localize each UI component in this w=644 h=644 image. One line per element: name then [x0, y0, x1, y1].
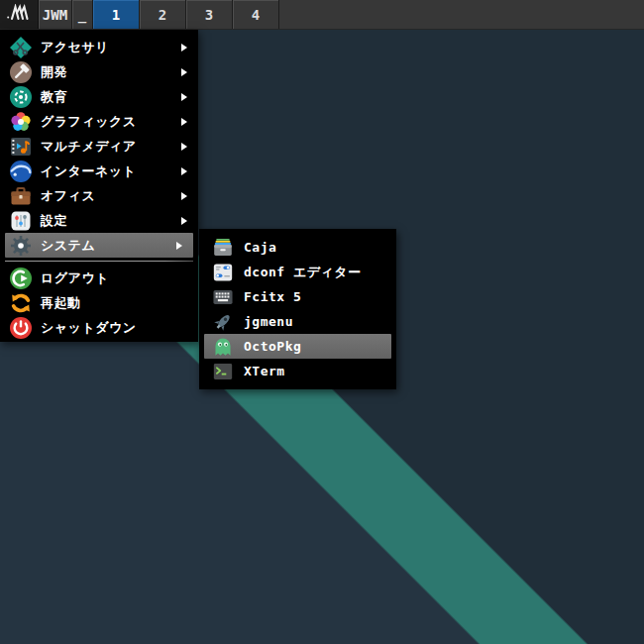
menu-item-label: 再起動	[41, 294, 81, 312]
menu-item-development[interactable]: 開発	[0, 59, 198, 84]
menu-item-label: マルチメディア	[41, 138, 137, 156]
fcitx-icon	[212, 286, 234, 308]
logout-icon	[9, 267, 33, 290]
restart-icon	[9, 291, 33, 315]
submenu-arrow-icon	[181, 118, 187, 126]
menu-item-multimedia[interactable]: マルチメディア	[0, 134, 198, 159]
submenu-arrow-icon	[181, 44, 187, 52]
menu-item-office[interactable]: オフィス	[0, 183, 198, 208]
menu-item-graphics[interactable]: グラフィックス	[0, 109, 198, 134]
xterm-icon	[212, 361, 234, 382]
taskbar: JWM _ 1234	[0, 0, 644, 30]
menu-item-caja[interactable]: Caja	[199, 235, 396, 260]
workspace-button-1[interactable]: 1	[93, 0, 140, 29]
menu-item-label: システム	[41, 237, 95, 255]
root-menu-categories: アクセサリ開発教育グラフィックスマルチメディアインターネットオフィス設定システム	[0, 35, 198, 258]
menu-item-octopkg[interactable]: OctoPkg	[204, 334, 391, 359]
menu-item-label: 教育	[41, 88, 67, 106]
root-menu: アクセサリ開発教育グラフィックスマルチメディアインターネットオフィス設定システム…	[0, 30, 198, 342]
system-submenu: Cajadconf エディターFcitx 5jgmenuOctoPkgXTerm	[199, 229, 396, 389]
workspace-button-4[interactable]: 4	[233, 0, 279, 29]
office-icon	[9, 184, 33, 208]
submenu-arrow-icon	[181, 217, 187, 225]
taskbar-empty-area	[279, 0, 644, 29]
menu-item-label: アクセサリ	[41, 39, 109, 56]
menu-item-accessories[interactable]: アクセサリ	[0, 35, 198, 59]
menu-item-dconf-editor[interactable]: dconf エディター	[199, 260, 396, 284]
submenu-arrow-icon	[181, 93, 187, 101]
menu-item-fcitx5[interactable]: Fcitx 5	[199, 284, 396, 309]
menu-item-system[interactable]: システム	[5, 233, 193, 258]
submenu-arrow-icon	[181, 192, 187, 200]
menu-item-label: Caja	[244, 240, 276, 255]
submenu-arrow-icon	[176, 242, 182, 250]
menu-item-label: ログアウト	[41, 269, 109, 287]
menu-item-label: jgmenu	[244, 314, 293, 329]
submenu-arrow-icon	[181, 167, 187, 175]
menu-item-label: Fcitx 5	[244, 289, 301, 304]
menu-item-logout[interactable]: ログアウト	[0, 266, 198, 290]
menu-item-education[interactable]: 教育	[0, 84, 198, 109]
menu-launcher-button[interactable]	[0, 0, 39, 29]
graphics-icon	[9, 110, 33, 134]
internet-icon	[9, 160, 33, 183]
menu-item-label: 設定	[41, 212, 67, 230]
accessories-icon	[9, 36, 33, 59]
menu-item-jgmenu[interactable]: jgmenu	[199, 309, 396, 334]
menu-item-label: 開発	[41, 63, 67, 81]
shutdown-icon	[9, 316, 33, 340]
menu-item-label: XTerm	[244, 364, 285, 378]
menu-item-shutdown[interactable]: シャットダウン	[0, 315, 198, 340]
show-desktop-button[interactable]: _	[72, 0, 93, 29]
octopkg-icon	[212, 336, 234, 358]
menu-item-label: オフィス	[41, 187, 95, 205]
menu-item-label: グラフィックス	[41, 113, 137, 131]
root-menu-actions: ログアウト再起動シャットダウン	[0, 266, 198, 340]
menu-item-label: OctoPkg	[244, 339, 301, 354]
menu-item-label: dconf エディター	[244, 264, 362, 281]
jwm-logo-icon	[6, 4, 32, 25]
menu-item-restart[interactable]: 再起動	[0, 290, 198, 315]
workspace-buttons: 1234	[93, 0, 279, 29]
development-icon	[9, 60, 33, 84]
submenu-arrow-icon	[181, 143, 187, 151]
menu-item-xterm[interactable]: XTerm	[199, 359, 396, 383]
workspace-button-3[interactable]: 3	[186, 0, 233, 29]
menu-item-settings[interactable]: 設定	[0, 208, 198, 233]
dconf-icon	[212, 262, 234, 283]
menu-item-label: シャットダウン	[41, 319, 137, 337]
menu-separator	[5, 261, 193, 262]
system-icon	[9, 234, 33, 258]
jgmenu-icon	[212, 311, 234, 333]
workspace-button-2[interactable]: 2	[140, 0, 186, 29]
settings-icon	[9, 209, 33, 233]
multimedia-icon	[9, 135, 33, 159]
menu-item-internet[interactable]: インターネット	[0, 159, 198, 183]
education-icon	[9, 85, 33, 109]
caja-icon	[212, 237, 234, 259]
submenu-arrow-icon	[181, 68, 187, 76]
menu-item-label: インターネット	[41, 162, 136, 180]
jwm-root-menu-button[interactable]: JWM	[39, 0, 72, 29]
